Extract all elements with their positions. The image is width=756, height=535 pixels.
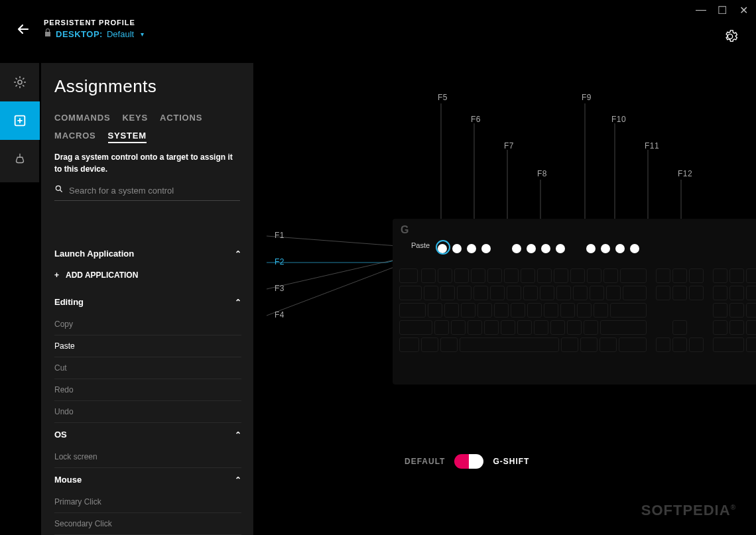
search-input[interactable] (69, 186, 240, 196)
chevron-up-icon: ⌃ (235, 249, 241, 259)
list-item[interactable]: Paste (54, 335, 241, 357)
svg-line-5 (16, 78, 17, 80)
section-title: Editing (54, 297, 84, 307)
settings-button[interactable] (723, 29, 737, 46)
tab-keys[interactable]: KEYS (122, 113, 148, 124)
list-item[interactable]: Lock screen (54, 446, 241, 468)
branding-watermark: SOFTPEDIA® (641, 502, 736, 519)
toggle-label-default: DEFAULT (405, 457, 445, 466)
search-icon (54, 184, 64, 196)
fkey-label-f4: F4 (275, 310, 284, 320)
sidebar-tab-assignments[interactable] (0, 101, 40, 140)
add-label: ADD APPLICATION (66, 270, 138, 280)
section-os[interactable]: OS ⌃ (54, 423, 241, 446)
list-item[interactable]: Secondary Click (54, 513, 241, 535)
fkey-label-f9: F9 (582, 93, 592, 102)
back-button[interactable] (13, 19, 33, 39)
maximize-button[interactable]: ☐ (718, 5, 727, 15)
panel-title: Assignments (54, 76, 240, 97)
svg-line-13 (60, 190, 62, 192)
sidebar-tab-game[interactable] (0, 140, 40, 178)
sidebar-tab-lighting[interactable] (0, 63, 40, 101)
chevron-up-icon: ⌃ (235, 298, 241, 307)
chevron-down-icon: ▾ (141, 30, 144, 38)
toggle-label-gshift: G-SHIFT (493, 457, 529, 466)
brand-logo-g: G (401, 224, 409, 236)
keyboard-keys (396, 262, 754, 378)
gshift-toggle[interactable] (454, 454, 483, 469)
badge-text: Paste (411, 241, 430, 249)
chevron-up-icon: ⌃ (235, 430, 241, 440)
list-item[interactable]: Undo (54, 401, 241, 423)
minimize-button[interactable]: — (696, 5, 706, 15)
profile-name: Default (107, 29, 134, 39)
section-editing[interactable]: Editing ⌃ (54, 290, 241, 314)
fkey-label-f5: F5 (438, 93, 448, 102)
list-item[interactable]: Primary Click (54, 491, 241, 513)
fkey-label-f3: F3 (275, 284, 284, 293)
tab-macros[interactable]: MACROS (54, 131, 96, 143)
fkey-label-f7: F7 (504, 141, 514, 150)
section-mouse[interactable]: Mouse ⌃ (54, 468, 241, 491)
svg-line-8 (23, 78, 24, 80)
tab-system[interactable]: SYSTEM (108, 131, 147, 143)
section-launch-application[interactable]: Launch Application ⌃ (54, 242, 241, 265)
profile-type: DESKTOP: (56, 29, 103, 39)
instruction-text: Drag a system control onto a target to a… (54, 151, 240, 175)
tab-actions[interactable]: ACTIONS (160, 113, 202, 124)
svg-point-12 (56, 186, 60, 190)
fkey-label-f8: F8 (537, 169, 547, 178)
assignment-badge[interactable]: Paste (411, 241, 430, 249)
fkey-label-f11: F11 (645, 141, 659, 150)
lock-icon (44, 28, 52, 40)
profile-selector[interactable]: DESKTOP: Default ▾ (44, 28, 144, 40)
list-item[interactable]: Copy (54, 314, 241, 335)
fkey-dots (438, 244, 639, 253)
list-item[interactable]: Cut (54, 357, 241, 379)
chevron-up-icon: ⌃ (235, 475, 241, 485)
section-title: OS (54, 430, 67, 440)
section-title: Launch Application (54, 249, 134, 259)
list-item[interactable]: Redo (54, 379, 241, 401)
svg-point-0 (18, 80, 22, 84)
add-application-button[interactable]: + ADD APPLICATION (54, 265, 241, 290)
fkey-label-f12: F12 (678, 169, 692, 178)
fkey-label-f2: F2 (275, 257, 284, 267)
close-button[interactable]: ✕ (739, 5, 748, 15)
svg-line-6 (23, 85, 24, 86)
svg-line-7 (16, 85, 17, 86)
fkey-label-f6: F6 (471, 115, 481, 124)
plus-icon: + (54, 270, 59, 280)
profile-label: PERSISTENT PROFILE (44, 19, 144, 27)
section-title: Mouse (54, 475, 82, 485)
tab-commands[interactable]: COMMANDS (54, 113, 110, 124)
highlight-ring (436, 240, 450, 255)
fkey-label-f1: F1 (275, 231, 284, 240)
fkey-label-f10: F10 (611, 115, 626, 124)
